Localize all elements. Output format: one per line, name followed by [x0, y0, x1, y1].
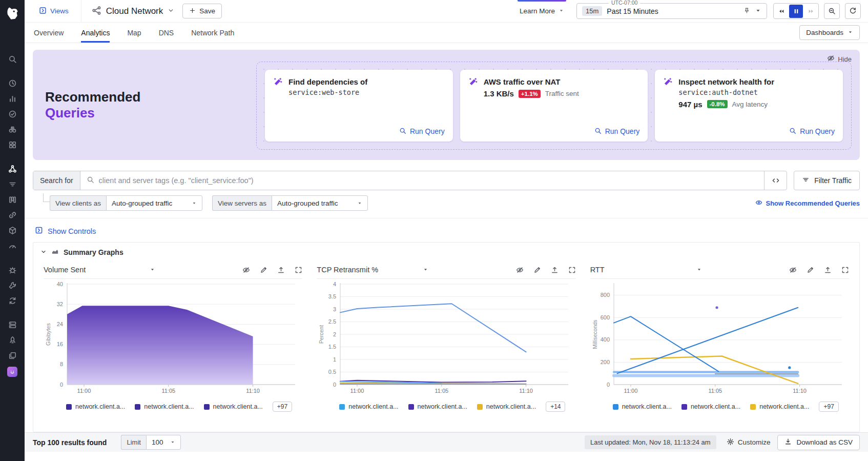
datadog-logo[interactable] — [4, 4, 21, 22]
summary-graphs-header[interactable]: Summary Graphs — [33, 243, 859, 260]
view-clients-as-select[interactable]: Auto-grouped traffic — [106, 195, 202, 211]
show-recommended-queries-link[interactable]: Show Recommended Queries — [755, 199, 860, 208]
code-view-button[interactable] — [764, 171, 787, 190]
pause-button[interactable] — [789, 5, 803, 18]
export-chart-icon[interactable] — [551, 266, 559, 274]
legend-more-badge[interactable]: +14 — [546, 402, 565, 412]
dashboards-button[interactable]: Dashboards — [799, 25, 860, 40]
error-tracking-icon — [8, 266, 17, 276]
summary-graphs-title: Summary Graphs — [64, 248, 123, 256]
hide-chart-icon[interactable] — [242, 266, 250, 274]
edit-chart-icon[interactable] — [533, 266, 541, 274]
learn-more-dropdown[interactable]: Learn More — [514, 0, 569, 22]
sidebar-item-error-tracking[interactable] — [0, 263, 25, 278]
sidebar-item-workflows[interactable] — [0, 349, 25, 364]
export-chart-icon[interactable] — [277, 266, 285, 274]
run-query-button[interactable]: Run Query — [399, 127, 445, 136]
chevron-down-icon[interactable] — [755, 7, 761, 15]
sidebar-item-synthetics[interactable] — [0, 294, 25, 309]
hide-banner-button[interactable]: Hide — [827, 54, 852, 64]
legend-item[interactable]: network.client.a... — [681, 403, 740, 410]
sidebar-item-network[interactable] — [0, 162, 25, 177]
legend-item[interactable]: network.client.a... — [477, 403, 536, 410]
expand-chart-icon[interactable] — [568, 266, 576, 274]
magic-wand-icon — [273, 77, 282, 98]
timezone-label: UTC-07:00 — [609, 0, 640, 6]
tab-analytics[interactable]: Analytics — [81, 23, 110, 43]
save-button[interactable]: Save — [182, 4, 222, 18]
caret-down-icon — [170, 438, 175, 446]
search-input[interactable] — [99, 176, 758, 185]
rtt-chart[interactable]: 020040060080011:0011:0511:10Milliseconds — [590, 279, 849, 399]
time-range-picker[interactable]: UTC-07:00 15m Past 15 Minutes — [576, 3, 767, 19]
apm-icon — [8, 211, 17, 221]
views-button[interactable]: Views — [25, 0, 81, 22]
tab-map[interactable]: Map — [127, 23, 141, 43]
sidebar-item-search[interactable] — [0, 52, 25, 68]
caret-down-icon — [357, 199, 362, 207]
svg-text:11:10: 11:10 — [793, 388, 807, 394]
legend-swatch — [750, 404, 756, 410]
page-title-dropdown[interactable]: Cloud Network — [92, 6, 175, 17]
legend-more-badge[interactable]: +97 — [819, 402, 838, 412]
refresh-button[interactable] — [845, 3, 861, 19]
tcp-retransmit-chart[interactable]: 00.511.522.533.5411:0011:0511:10Percent — [317, 279, 575, 399]
tab-dns[interactable]: DNS — [159, 23, 174, 43]
chart-metric-select[interactable]: Volume Sent — [44, 266, 155, 274]
edit-chart-icon[interactable] — [260, 266, 267, 274]
legend-item[interactable]: network.client.a... — [66, 403, 125, 410]
run-query-label: Run Query — [800, 127, 835, 135]
customize-button[interactable]: Customize — [727, 438, 771, 447]
tab-network-path[interactable]: Network Path — [191, 23, 234, 43]
rewind-button[interactable] — [774, 5, 788, 18]
svg-text:Milliseconds: Milliseconds — [592, 319, 598, 349]
sidebar-item-apm[interactable] — [0, 208, 25, 224]
expand-chart-icon[interactable] — [295, 266, 302, 274]
sidebar-item-integrations[interactable] — [0, 138, 25, 153]
sidebar — [0, 0, 25, 461]
sidebar-item-history[interactable] — [0, 76, 25, 92]
sidebar-item-slo[interactable] — [0, 239, 25, 254]
pin-icon[interactable] — [743, 7, 750, 15]
legend-more-badge[interactable]: +97 — [273, 402, 292, 412]
sidebar-item-metrics[interactable] — [0, 92, 25, 107]
charts-row: Volume Sent 081624324011:0011:05 — [33, 260, 859, 418]
tab-overview[interactable]: Overview — [34, 23, 64, 43]
hide-chart-icon[interactable] — [789, 266, 797, 274]
sidebar-item-profile[interactable] — [0, 364, 25, 379]
volume-sent-chart[interactable]: 081624324011:0011:0511:10Gibibytes — [44, 279, 302, 399]
sidebar-item-infrastructure[interactable] — [0, 318, 25, 333]
sidebar-item-monitors[interactable] — [0, 107, 25, 123]
sidebar-item-traffic[interactable] — [0, 177, 25, 193]
sidebar-item-serverless[interactable] — [0, 333, 25, 349]
legend-item[interactable]: network.client.a... — [135, 403, 194, 410]
show-controls-link[interactable]: Show Controls — [35, 226, 96, 236]
run-query-button[interactable]: Run Query — [789, 127, 835, 136]
zoom-out-button[interactable] — [824, 3, 840, 19]
sidebar-item-ci[interactable] — [0, 278, 25, 294]
edit-chart-icon[interactable] — [807, 266, 814, 274]
expand-chart-icon[interactable] — [841, 266, 849, 274]
legend-item[interactable]: network.client.a... — [204, 403, 263, 410]
export-chart-icon[interactable] — [824, 266, 832, 274]
legend-item[interactable]: network.client.a... — [750, 403, 809, 410]
download-csv-button[interactable]: Download as CSV — [777, 435, 860, 450]
caret-down-icon — [848, 29, 853, 36]
chart-panel-tcp-retransmit: TCP Retransmit % 00.511.522.533. — [309, 261, 583, 416]
sidebar-item-watchdog[interactable] — [0, 123, 25, 138]
hide-chart-icon[interactable] — [516, 266, 524, 274]
legend-item[interactable]: network.client.a... — [408, 403, 467, 410]
legend-item[interactable]: network.client.a... — [613, 403, 672, 410]
chart-metric-select[interactable]: TCP Retransmit % — [317, 266, 428, 274]
sidebar-item-processes[interactable] — [0, 193, 25, 208]
eye-slash-icon — [827, 54, 835, 64]
view-servers-as-select[interactable]: Auto-grouped traffic — [272, 195, 368, 211]
forward-button[interactable] — [804, 5, 818, 18]
sidebar-item-services[interactable] — [0, 224, 25, 239]
filter-traffic-button[interactable]: Filter Traffic — [794, 171, 860, 190]
legend-item[interactable]: network.client.a... — [339, 403, 398, 410]
chart-metric-select[interactable]: RTT — [590, 266, 702, 274]
banner-title-line2: Queries — [45, 105, 256, 121]
run-query-button[interactable]: Run Query — [594, 127, 640, 136]
limit-select[interactable]: 100 — [146, 435, 181, 450]
